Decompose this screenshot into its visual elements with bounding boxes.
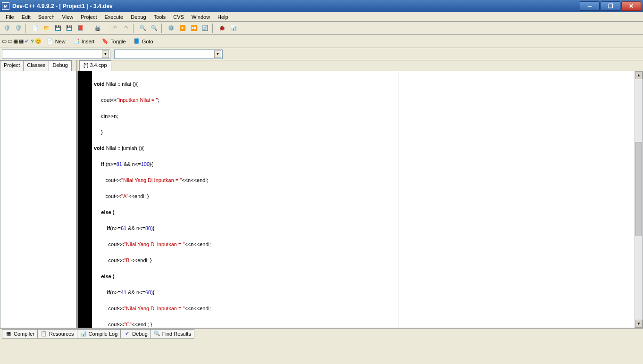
menu-tools[interactable]: Tools [150,13,170,21]
tool-close-icon[interactable]: 📕 [75,23,86,33]
tool-window4-icon[interactable]: ▦ [19,38,24,44]
menu-bar: File Edit Search View Project Execute De… [0,12,643,22]
new-file-icon: 📄 [47,38,53,45]
compile-log-icon: 📊 [80,331,87,337]
tab-project[interactable]: Project [0,60,24,71]
main-area: Project Classes Debug [*] 3.4.cpp void N… [0,60,643,328]
window-titlebar: M Dev-C++ 4.9.9.2 - [ Project1 ] - 3.4.d… [0,0,643,12]
goto-button[interactable]: 📘Goto [130,36,157,47]
tool-saveall-icon[interactable]: 💾 [64,23,75,33]
tool-undo-icon[interactable]: ↶ [109,23,120,33]
new-button[interactable]: 📄New [43,36,69,47]
insert-icon: 📑 [73,38,80,45]
status-area [0,339,643,364]
resources-icon: 📋 [41,331,47,337]
left-panel-tabs: Project Classes Debug [0,60,76,71]
combo-row: ▼ ▼ [0,48,643,60]
tab-classes[interactable]: Classes [23,60,49,71]
menu-cvs[interactable]: CVS [169,13,188,21]
tool-new-icon[interactable]: 📄 [30,23,41,33]
find-results-icon: 🔍 [154,331,160,337]
tool-print-icon[interactable]: 🖨️ [92,23,103,33]
dropdown-arrow-icon: ▼ [214,50,221,58]
editor-wrap: void Nilai :: nilai (){ cout<<"inputkan … [77,71,643,328]
tool-find-icon[interactable]: 🔍 [138,23,148,33]
menu-debug[interactable]: Debug [127,13,150,21]
tool-run-icon[interactable]: ▶️ [177,23,188,33]
tool-compile-run-icon[interactable]: ⏯️ [189,23,199,33]
tool-debug-icon[interactable]: 🐞 [217,23,227,33]
minimize-button[interactable]: ─ [580,1,600,11]
tool-rebuild-icon[interactable]: 🔄 [200,23,210,33]
menu-search[interactable]: Search [34,13,58,21]
debug-check-icon: ✔ [124,331,130,337]
bottom-tab-find-results[interactable]: 🔍Find Results [150,329,194,339]
insert-button[interactable]: 📑Insert [70,36,98,47]
bottom-tabs: ▦Compiler 📋Resources 📊Compile Log ✔Debug… [0,328,643,339]
toggle-button[interactable]: 🔖Toggle [99,36,129,47]
scroll-down-arrow-icon[interactable]: ▼ [635,320,643,328]
menu-project[interactable]: Project [77,13,100,21]
tool-redo-icon[interactable]: ↷ [121,23,131,33]
window-title: Dev-C++ 4.9.9.2 - [ Project1 ] - 3.4.dev [12,3,580,9]
code-editor[interactable]: void Nilai :: nilai (){ cout<<"inputkan … [92,71,399,328]
tool-shield2-icon[interactable]: 🛡️ [13,23,24,33]
tool-compile-icon[interactable]: ⚙️ [166,23,176,33]
file-tabs: [*] 3.4.cpp [77,60,643,71]
bottom-tab-compile-log[interactable]: 📊Compile Log [77,329,121,339]
editor-gutter [78,71,92,328]
menu-execute[interactable]: Execute [100,13,127,21]
tool-window1-icon[interactable]: ▭ [2,38,7,44]
scrollbar-thumb[interactable] [635,142,642,236]
left-panel-content [0,71,76,328]
menu-window[interactable]: Window [188,13,214,21]
bottom-tab-resources[interactable]: 📋Resources [37,329,77,339]
toolbar-secondary: ▭ ▭ ▦ ▦ ✔ ? 😊 📄New 📑Insert 🔖Toggle 📘Goto [0,35,643,48]
tool-check-icon[interactable]: ✔ [25,38,29,44]
menu-view[interactable]: View [58,13,77,21]
menu-help[interactable]: Help [214,13,232,21]
menu-file[interactable]: File [2,13,18,21]
toggle-icon: 🔖 [102,38,109,45]
class-combo[interactable]: ▼ [2,50,110,59]
compiler-icon: ▦ [5,331,12,337]
tool-open-icon[interactable]: 📂 [42,23,52,33]
vertical-scrollbar[interactable]: ▲ ▼ [635,71,643,328]
dropdown-arrow-icon: ▼ [102,50,109,58]
toolbar-main: 🛡️ 🛡️ 📄 📂 💾 💾 📕 🖨️ ↶ ↷ 🔍 🔍 ⚙️ ▶️ ⏯️ 🔄 🐞 … [0,22,643,35]
app-icon: M [2,2,9,10]
file-tab-active[interactable]: [*] 3.4.cpp [79,60,111,71]
bottom-tab-debug[interactable]: ✔Debug [120,329,150,339]
tool-window2-icon[interactable]: ▭ [8,38,12,44]
tool-save-icon[interactable]: 💾 [53,23,63,33]
tool-replace-icon[interactable]: 🔍 [149,23,159,33]
tab-debug[interactable]: Debug [49,60,71,71]
method-combo[interactable]: ▼ [114,50,223,59]
tool-window3-icon[interactable]: ▦ [13,38,18,44]
tool-help-icon[interactable]: ? [31,39,34,44]
tool-about-icon[interactable]: 😊 [35,38,42,44]
goto-icon: 📘 [134,38,140,45]
close-button[interactable]: ✕ [621,1,641,11]
left-panel: Project Classes Debug [0,60,77,328]
tool-shield1-icon[interactable]: 🛡️ [2,23,12,33]
maximize-button[interactable]: ❐ [601,1,620,11]
editor-panel: [*] 3.4.cpp void Nilai :: nilai (){ cout… [77,60,643,328]
menu-edit[interactable]: Edit [18,13,34,21]
editor-right-pane [399,71,635,328]
scroll-up-arrow-icon[interactable]: ▲ [635,71,643,79]
tool-profile-icon[interactable]: 📊 [228,23,239,33]
bottom-tab-compiler[interactable]: ▦Compiler [2,329,38,339]
